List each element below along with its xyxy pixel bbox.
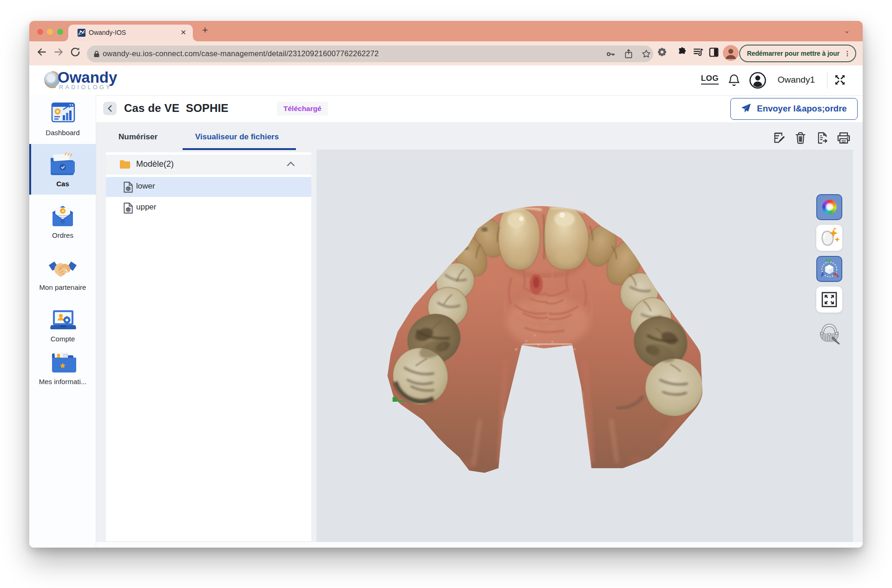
svg-text:Owandy: Owandy bbox=[58, 69, 118, 86]
svg-text:RADIOLOGY: RADIOLOGY bbox=[59, 84, 112, 91]
